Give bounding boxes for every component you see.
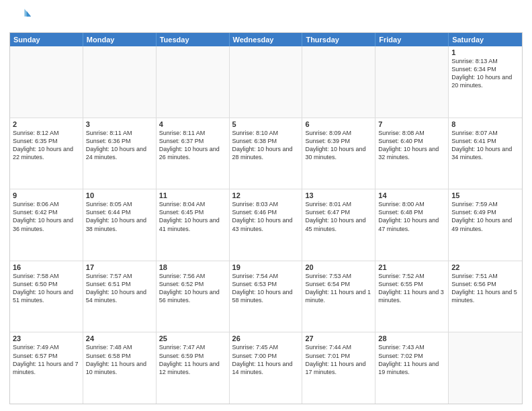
calendar-day xyxy=(157,46,230,118)
day-info: Sunrise: 8:00 AM Sunset: 6:48 PM Dayligh… xyxy=(378,200,445,233)
calendar-day xyxy=(83,46,157,118)
calendar-day: 19Sunrise: 7:54 AM Sunset: 6:53 PM Dayli… xyxy=(230,261,303,332)
calendar-day: 10Sunrise: 8:05 AM Sunset: 6:44 PM Dayli… xyxy=(83,189,157,261)
calendar-day: 26Sunrise: 7:45 AM Sunset: 7:00 PM Dayli… xyxy=(230,332,303,404)
calendar-header-row: SundayMondayTuesdayWednesdayThursdayFrid… xyxy=(10,33,522,46)
day-info: Sunrise: 7:57 AM Sunset: 6:51 PM Dayligh… xyxy=(86,272,153,305)
calendar-day: 13Sunrise: 8:01 AM Sunset: 6:47 PM Dayli… xyxy=(302,189,375,261)
logo xyxy=(9,7,34,28)
calendar-header-tuesday: Tuesday xyxy=(157,33,230,46)
calendar-day: 24Sunrise: 7:48 AM Sunset: 6:58 PM Dayli… xyxy=(83,332,157,404)
day-info: Sunrise: 8:07 AM Sunset: 6:41 PM Dayligh… xyxy=(451,129,519,162)
day-number: 15 xyxy=(451,191,519,199)
calendar-week-2: 2Sunrise: 8:12 AM Sunset: 6:35 PM Daylig… xyxy=(10,118,522,190)
calendar: SundayMondayTuesdayWednesdayThursdayFrid… xyxy=(9,32,523,404)
day-info: Sunrise: 8:03 AM Sunset: 6:46 PM Dayligh… xyxy=(232,200,300,233)
day-number: 28 xyxy=(378,334,445,342)
day-info: Sunrise: 7:51 AM Sunset: 6:56 PM Dayligh… xyxy=(451,272,519,305)
day-number: 17 xyxy=(86,263,153,271)
calendar-day: 25Sunrise: 7:47 AM Sunset: 6:59 PM Dayli… xyxy=(157,332,230,404)
calendar-day: 16Sunrise: 7:58 AM Sunset: 6:50 PM Dayli… xyxy=(10,261,83,332)
day-number: 10 xyxy=(86,191,153,199)
day-info: Sunrise: 7:59 AM Sunset: 6:49 PM Dayligh… xyxy=(451,200,519,233)
calendar-day: 18Sunrise: 7:56 AM Sunset: 6:52 PM Dayli… xyxy=(157,261,230,332)
calendar-day xyxy=(10,46,83,118)
calendar-day: 14Sunrise: 8:00 AM Sunset: 6:48 PM Dayli… xyxy=(375,189,449,261)
day-info: Sunrise: 8:10 AM Sunset: 6:38 PM Dayligh… xyxy=(232,129,300,162)
day-info: Sunrise: 7:56 AM Sunset: 6:52 PM Dayligh… xyxy=(159,272,226,305)
calendar-day: 21Sunrise: 7:52 AM Sunset: 6:55 PM Dayli… xyxy=(375,261,449,332)
day-number: 13 xyxy=(305,191,372,199)
calendar-day: 20Sunrise: 7:53 AM Sunset: 6:54 PM Dayli… xyxy=(302,261,375,332)
calendar-day: 9Sunrise: 8:06 AM Sunset: 6:42 PM Daylig… xyxy=(10,189,83,261)
day-info: Sunrise: 8:13 AM Sunset: 6:34 PM Dayligh… xyxy=(451,57,519,90)
day-info: Sunrise: 8:05 AM Sunset: 6:44 PM Dayligh… xyxy=(86,200,153,233)
calendar-day: 27Sunrise: 7:44 AM Sunset: 7:01 PM Dayli… xyxy=(302,332,375,404)
day-info: Sunrise: 7:44 AM Sunset: 7:01 PM Dayligh… xyxy=(305,343,372,376)
calendar-day: 6Sunrise: 8:09 AM Sunset: 6:39 PM Daylig… xyxy=(302,118,375,189)
day-number: 20 xyxy=(305,263,372,271)
day-info: Sunrise: 7:54 AM Sunset: 6:53 PM Dayligh… xyxy=(232,272,300,305)
calendar-day: 1Sunrise: 8:13 AM Sunset: 6:34 PM Daylig… xyxy=(449,46,522,118)
calendar-header-monday: Monday xyxy=(83,33,157,46)
calendar-week-3: 9Sunrise: 8:06 AM Sunset: 6:42 PM Daylig… xyxy=(10,189,522,261)
calendar-day: 12Sunrise: 8:03 AM Sunset: 6:46 PM Dayli… xyxy=(230,189,303,261)
day-info: Sunrise: 7:49 AM Sunset: 6:57 PM Dayligh… xyxy=(13,343,80,376)
day-number: 3 xyxy=(86,120,153,128)
calendar-day xyxy=(375,46,449,118)
day-info: Sunrise: 7:52 AM Sunset: 6:55 PM Dayligh… xyxy=(378,272,445,305)
day-number: 25 xyxy=(159,334,226,342)
calendar-day xyxy=(302,46,375,118)
day-number: 5 xyxy=(232,120,300,128)
calendar-header-sunday: Sunday xyxy=(10,33,83,46)
calendar-day: 17Sunrise: 7:57 AM Sunset: 6:51 PM Dayli… xyxy=(83,261,157,332)
day-number: 6 xyxy=(305,120,372,128)
calendar-day xyxy=(230,46,303,118)
calendar-day: 5Sunrise: 8:10 AM Sunset: 6:38 PM Daylig… xyxy=(230,118,303,189)
calendar-header-thursday: Thursday xyxy=(302,33,375,46)
day-number: 1 xyxy=(451,48,519,56)
calendar-day xyxy=(449,332,522,404)
calendar-day: 23Sunrise: 7:49 AM Sunset: 6:57 PM Dayli… xyxy=(10,332,83,404)
calendar-week-4: 16Sunrise: 7:58 AM Sunset: 6:50 PM Dayli… xyxy=(10,261,522,333)
day-info: Sunrise: 8:11 AM Sunset: 6:36 PM Dayligh… xyxy=(86,129,153,162)
calendar-day: 4Sunrise: 8:11 AM Sunset: 6:37 PM Daylig… xyxy=(157,118,230,189)
logo-icon xyxy=(9,7,31,28)
calendar-week-5: 23Sunrise: 7:49 AM Sunset: 6:57 PM Dayli… xyxy=(10,332,522,404)
day-number: 16 xyxy=(13,263,80,271)
calendar-day: 7Sunrise: 8:08 AM Sunset: 6:40 PM Daylig… xyxy=(375,118,449,189)
day-number: 8 xyxy=(451,120,519,128)
day-number: 7 xyxy=(378,120,445,128)
calendar-header-friday: Friday xyxy=(375,33,449,46)
day-info: Sunrise: 8:04 AM Sunset: 6:45 PM Dayligh… xyxy=(159,200,226,233)
calendar-day: 8Sunrise: 8:07 AM Sunset: 6:41 PM Daylig… xyxy=(449,118,522,189)
day-info: Sunrise: 8:11 AM Sunset: 6:37 PM Dayligh… xyxy=(159,129,226,162)
day-number: 2 xyxy=(13,120,80,128)
day-info: Sunrise: 8:08 AM Sunset: 6:40 PM Dayligh… xyxy=(378,129,445,162)
calendar-day: 28Sunrise: 7:43 AM Sunset: 7:02 PM Dayli… xyxy=(375,332,449,404)
calendar-week-1: 1Sunrise: 8:13 AM Sunset: 6:34 PM Daylig… xyxy=(10,46,522,118)
day-info: Sunrise: 7:45 AM Sunset: 7:00 PM Dayligh… xyxy=(232,343,300,376)
day-number: 9 xyxy=(13,191,80,199)
day-number: 4 xyxy=(159,120,226,128)
calendar-day: 3Sunrise: 8:11 AM Sunset: 6:36 PM Daylig… xyxy=(83,118,157,189)
day-info: Sunrise: 8:06 AM Sunset: 6:42 PM Dayligh… xyxy=(13,200,80,233)
day-number: 26 xyxy=(232,334,300,342)
calendar-day: 2Sunrise: 8:12 AM Sunset: 6:35 PM Daylig… xyxy=(10,118,83,189)
day-info: Sunrise: 7:48 AM Sunset: 6:58 PM Dayligh… xyxy=(86,343,153,376)
day-number: 23 xyxy=(13,334,80,342)
day-number: 21 xyxy=(378,263,445,271)
day-info: Sunrise: 7:53 AM Sunset: 6:54 PM Dayligh… xyxy=(305,272,372,305)
header xyxy=(9,7,523,28)
day-number: 14 xyxy=(378,191,445,199)
day-info: Sunrise: 8:01 AM Sunset: 6:47 PM Dayligh… xyxy=(305,200,372,233)
day-number: 12 xyxy=(232,191,300,199)
day-number: 22 xyxy=(451,263,519,271)
calendar-body: 1Sunrise: 8:13 AM Sunset: 6:34 PM Daylig… xyxy=(10,46,522,404)
day-info: Sunrise: 8:12 AM Sunset: 6:35 PM Dayligh… xyxy=(13,129,80,162)
day-info: Sunrise: 8:09 AM Sunset: 6:39 PM Dayligh… xyxy=(305,129,372,162)
day-number: 18 xyxy=(159,263,226,271)
day-number: 27 xyxy=(305,334,372,342)
calendar-day: 22Sunrise: 7:51 AM Sunset: 6:56 PM Dayli… xyxy=(449,261,522,332)
page: SundayMondayTuesdayWednesdayThursdayFrid… xyxy=(0,0,532,411)
